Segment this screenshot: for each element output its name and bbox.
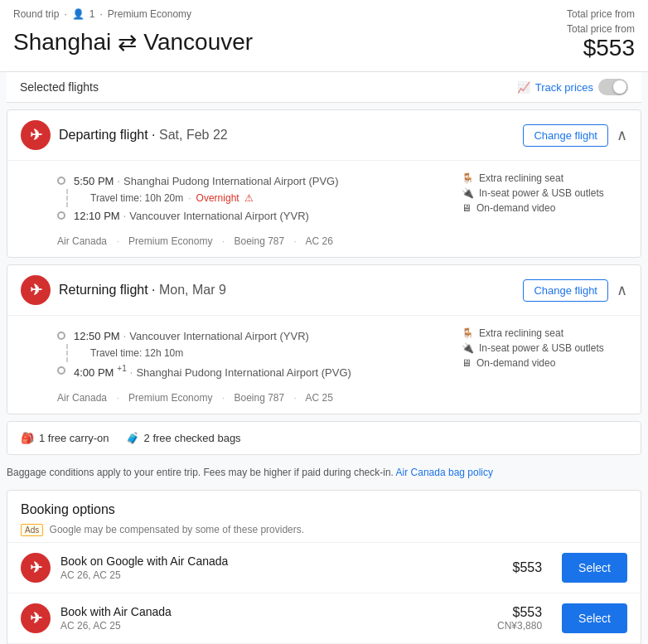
ret-amenity-seat: 🪑 Extra reclining seat (462, 327, 627, 339)
departing-flight-num: AC 26 (306, 235, 333, 247)
track-prices-chart-icon: 📈 (517, 81, 530, 94)
returning-flight-body: 12:50 PM · Vancouver International Airpo… (7, 316, 641, 389)
departing-date: Sat, Feb 22 (159, 128, 228, 142)
departing-flight-footer: Air Canada · Premium Economy · Boeing 78… (7, 232, 641, 257)
total-price-value: $553 (567, 35, 635, 61)
trip-type: Round trip (13, 8, 59, 20)
ads-badge: Ads (21, 524, 43, 536)
video-icon: 🖥 (462, 202, 471, 214)
returning-dep-airport: Vancouver International Airport (YVR) (129, 330, 309, 342)
returning-flight-num: AC 25 (306, 392, 333, 404)
carryon-item: 🎒 1 free carry-on (21, 432, 109, 444)
checked-label: 2 free checked bags (144, 432, 241, 444)
booking-option-1: ✈ Book on Google with Air Canada AC 26, … (7, 542, 641, 593)
route-from: Shanghai (13, 29, 111, 56)
ret-seat-icon: 🪑 (462, 327, 474, 339)
route-arrow-icon: ⇄ (118, 29, 137, 56)
departing-travel-time: Travel time: 10h 20m · Overnight ⚠ (90, 191, 254, 206)
track-prices-toggle[interactable] (598, 79, 628, 95)
total-price-label2: Total price from (567, 23, 635, 35)
amenity-power-label: In-seat power & USB outlets (479, 187, 604, 199)
carryon-icon: 🎒 (21, 432, 34, 444)
carryon-label: 1 free carry-on (39, 432, 109, 444)
departing-airline-logo: ✈ (21, 120, 51, 150)
booking-name-1: Book on Google with Air Canada (60, 554, 502, 568)
returning-flight-footer: Air Canada · Premium Economy · Boeing 78… (7, 389, 641, 414)
departing-dep-circle (57, 177, 65, 185)
returning-airline-logo: ✈ (21, 275, 51, 305)
departing-flight-section: ✈ Departing flight · Sat, Feb 22 Change … (7, 109, 641, 258)
returning-travel-time: Travel time: 12h 10m (90, 346, 183, 361)
ret-amenity-power: 🔌 In-seat power & USB outlets (462, 342, 627, 354)
trip-meta: Round trip · 👤 1 · Premium Economy Total… (13, 8, 635, 20)
passengers-icon: 👤 (72, 8, 85, 20)
returning-dot: · (152, 283, 159, 297)
departing-dep-airport: Shanghai Pudong International Airport (P… (123, 175, 338, 187)
departing-arr-circle (57, 211, 65, 220)
booking-title: Booking options (7, 491, 641, 524)
amenity-seat-label: Extra reclining seat (479, 172, 563, 184)
returning-amenities: 🪑 Extra reclining seat 🔌 In-seat power &… (462, 327, 627, 380)
total-price-label: Total price from (567, 8, 635, 20)
returning-dashed-line (66, 344, 68, 362)
route-to: Vancouver (143, 29, 253, 56)
returning-airline: Air Canada (57, 392, 107, 404)
ret-amenity-power-label: In-seat power & USB outlets (479, 342, 604, 354)
returning-flight-header: ✈ Returning flight · Mon, Mar 9 Change f… (7, 265, 641, 316)
checked-icon: 🧳 (126, 432, 139, 444)
amenity-video: 🖥 On-demand video (462, 202, 627, 214)
amenity-seat: 🪑 Extra reclining seat (462, 172, 627, 184)
returning-aircraft: Boeing 787 (234, 392, 284, 404)
returning-flight-times: 12:50 PM · Vancouver International Airpo… (57, 327, 462, 380)
bag-policy-link[interactable]: Air Canada bag policy (396, 467, 493, 478)
departing-chevron-icon: ∧ (617, 126, 627, 144)
returning-class: Premium Economy (128, 392, 212, 404)
checked-item: 🧳 2 free checked bags (126, 432, 241, 444)
ret-video-icon: 🖥 (462, 357, 471, 369)
returning-flight-section: ✈ Returning flight · Mon, Mar 9 Change f… (7, 264, 641, 414)
departing-aircraft: Boeing 787 (234, 235, 284, 247)
departing-dot: · (152, 128, 159, 142)
returning-dep-circle (57, 332, 65, 340)
departing-arr-airport: Vancouver International Airport (YVR) (129, 210, 309, 222)
booking-logo-1: ✈ (21, 553, 51, 583)
departing-dep-time: 5:50 PM (74, 175, 114, 187)
booking-info-1: Book on Google with Air Canada AC 26, AC… (60, 554, 502, 581)
returning-arr-time-suffix: +1 (117, 364, 126, 373)
select-button-2[interactable]: Select (562, 603, 627, 633)
returning-arr-time: 4:00 PM (74, 366, 114, 379)
departing-change-button[interactable]: Change flight (523, 124, 608, 147)
returning-date: Mon, Mar 9 (159, 283, 226, 297)
ret-power-icon: 🔌 (462, 342, 474, 354)
page-header: Round trip · 👤 1 · Premium Economy Total… (0, 0, 648, 72)
returning-chevron-icon: ∧ (617, 281, 627, 299)
departing-flight-body: 5:50 PM · Shanghai Pudong International … (7, 161, 641, 232)
departing-flight-times: 5:50 PM · Shanghai Pudong International … (57, 172, 462, 224)
ads-note: Ads Google may be compensated by some of… (7, 524, 641, 542)
booking-name-2: Book with Air Canada (60, 605, 487, 618)
amenity-video-label: On-demand video (476, 202, 555, 214)
amenity-power: 🔌 In-seat power & USB outlets (462, 187, 627, 199)
select-button-1[interactable]: Select (562, 553, 627, 583)
booking-price-main-2: $553 (497, 605, 542, 620)
route-title: Shanghai ⇄ Vancouver (13, 29, 253, 56)
returning-arr-circle (57, 366, 65, 375)
passenger-count: 1 (89, 8, 95, 20)
power-icon: 🔌 (462, 187, 474, 199)
departing-arr-time: 12:10 PM (74, 210, 120, 222)
booking-price-1: $553 (512, 560, 542, 575)
cabin-class: Premium Economy (108, 8, 191, 20)
booking-price-sub-2: CN¥3,880 (497, 620, 542, 632)
departing-flight-title: Departing flight · Sat, Feb 22 (59, 128, 228, 142)
returning-change-button[interactable]: Change flight (523, 279, 608, 302)
ret-amenity-seat-label: Extra reclining seat (479, 327, 563, 339)
ret-amenity-video: 🖥 On-demand video (462, 357, 627, 369)
baggage-bar: 🎒 1 free carry-on 🧳 2 free checked bags (7, 421, 641, 455)
baggage-note: Baggage conditions apply to your entire … (7, 462, 641, 483)
booking-options-section: Booking options Ads Google may be compen… (7, 490, 641, 644)
departing-dashed-line (66, 189, 68, 207)
seat-icon: 🪑 (462, 172, 474, 184)
departing-overnight-label: Overnight (196, 192, 239, 204)
returning-arr-airport: Shanghai Pudong International Airport (P… (136, 366, 351, 379)
departing-warning-icon: ⚠ (244, 192, 254, 204)
